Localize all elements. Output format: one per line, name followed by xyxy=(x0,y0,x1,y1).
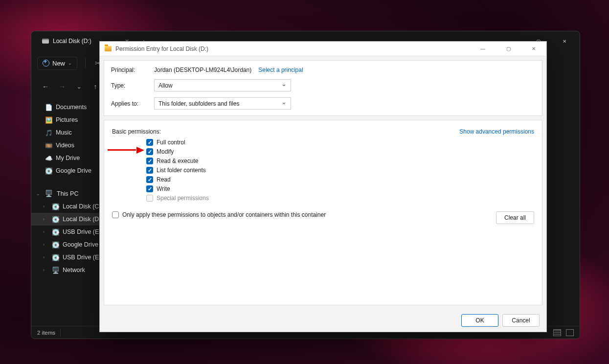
permission-checkbox[interactable] xyxy=(146,167,153,174)
up-button[interactable]: ↑ xyxy=(91,83,100,91)
chevron-right-icon[interactable]: › xyxy=(43,217,45,222)
permission-row: Special permissions xyxy=(146,195,534,202)
chevron-right-icon[interactable]: › xyxy=(43,268,45,273)
type-dropdown[interactable]: Allow xyxy=(154,79,291,91)
sidebar-item-label: Videos xyxy=(56,142,74,149)
ok-button[interactable]: OK xyxy=(461,314,498,327)
only-apply-label: Only apply these permissions to objects … xyxy=(122,211,326,218)
cancel-button[interactable]: Cancel xyxy=(502,314,540,327)
permission-label: Full control xyxy=(157,139,185,146)
sidebar-item-label: Google Drive xyxy=(56,167,91,174)
drive-icon: 🖥️ xyxy=(52,267,59,273)
permission-list: Full controlModifyRead & executeList fol… xyxy=(146,139,534,202)
permissions-panel: Basic permissions: Show advanced permiss… xyxy=(104,120,542,305)
chevron-right-icon[interactable]: › xyxy=(43,255,45,260)
monitor-icon: 🖥️ xyxy=(45,190,53,197)
sidebar-item-icon: 🖼️ xyxy=(45,116,52,123)
sidebar-item-icon: 💽 xyxy=(45,167,52,174)
folder-icon xyxy=(105,46,112,51)
drive-icon: 💽 xyxy=(52,254,59,261)
chevron-right-icon[interactable]: › xyxy=(43,204,45,209)
view-details-icon[interactable] xyxy=(553,329,561,336)
dialog-maximize-button[interactable]: ▢ xyxy=(497,42,519,56)
new-button[interactable]: New ⌄ xyxy=(37,57,77,70)
permission-dialog: Permission Entry for Local Disk (D:) — ▢… xyxy=(99,41,547,332)
permission-checkbox xyxy=(146,195,153,202)
chevron-right-icon[interactable]: › xyxy=(43,229,45,234)
back-button[interactable]: ← xyxy=(41,83,50,91)
type-value: Allow xyxy=(158,82,173,89)
permission-label: Modify xyxy=(157,148,174,155)
dialog-titlebar[interactable]: Permission Entry for Local Disk (D:) — ▢… xyxy=(100,42,546,56)
sidebar-item-label: Local Disk (D:) xyxy=(63,216,103,223)
permission-row[interactable]: Read & execute xyxy=(146,158,534,164)
plus-icon xyxy=(43,60,49,67)
separator xyxy=(85,58,86,68)
principal-value: Jordan (DESKTOP-LM924L4\Jordan) xyxy=(154,67,251,73)
principal-label: Principal: xyxy=(111,67,149,73)
show-advanced-link[interactable]: Show advanced permissions xyxy=(459,128,534,135)
permission-label: List folder contents xyxy=(157,167,206,174)
applies-dropdown[interactable]: This folder, subfolders and files xyxy=(154,97,291,110)
only-apply-checkbox[interactable] xyxy=(112,211,119,218)
view-icons-icon[interactable] xyxy=(566,329,574,336)
basic-permissions-label: Basic permissions: xyxy=(112,128,161,135)
sidebar-thispc-label: This PC xyxy=(57,190,78,197)
clear-all-button[interactable]: Clear all xyxy=(496,211,534,224)
permission-checkbox[interactable] xyxy=(146,185,153,192)
select-principal-link[interactable]: Select a principal xyxy=(258,67,303,73)
principal-panel: Principal: Jordan (DESKTOP-LM924L4\Jorda… xyxy=(104,60,542,116)
drive-icon: 💽 xyxy=(52,203,59,210)
permission-row[interactable]: Write xyxy=(146,185,534,192)
type-label: Type: xyxy=(111,82,149,89)
dialog-title: Permission Entry for Local Disk (D:) xyxy=(115,46,208,52)
chevron-down-icon[interactable]: ⌄ xyxy=(36,191,40,196)
forward-button[interactable]: → xyxy=(58,83,67,91)
permission-checkbox[interactable] xyxy=(146,158,153,164)
sidebar-item-label: USB Drive (E:) xyxy=(63,254,103,261)
chevron-down-icon: ⌄ xyxy=(68,61,72,66)
sidebar-item-icon: 🎞️ xyxy=(45,142,52,149)
new-label: New xyxy=(52,60,65,67)
disk-icon xyxy=(42,39,49,44)
permission-row[interactable]: List folder contents xyxy=(146,167,534,174)
sidebar-item-icon: 📄 xyxy=(45,104,52,111)
status-item-count: 2 items xyxy=(37,330,55,336)
permission-checkbox[interactable] xyxy=(146,176,153,183)
sidebar-item-label: Music xyxy=(56,129,72,136)
explorer-title: Local Disk (D:) xyxy=(53,38,91,45)
permission-row[interactable]: Modify xyxy=(146,148,534,155)
chevron-right-icon[interactable]: › xyxy=(43,242,45,247)
sidebar-item-icon: ☁️ xyxy=(45,155,52,161)
applies-label: Applies to: xyxy=(111,100,149,107)
sidebar-item-label: Local Disk (C:) xyxy=(63,203,103,210)
dialog-content: Principal: Jordan (DESKTOP-LM924L4\Jorda… xyxy=(100,56,546,309)
dialog-close-button[interactable]: ✕ xyxy=(523,42,544,56)
sidebar-item-label: Pictures xyxy=(56,116,78,123)
permission-row[interactable]: Read xyxy=(146,176,534,183)
permission-label: Write xyxy=(157,185,170,192)
only-apply-row[interactable]: Only apply these permissions to objects … xyxy=(112,211,534,218)
permission-checkbox[interactable] xyxy=(146,139,153,146)
recent-button[interactable]: ⌄ xyxy=(74,84,83,90)
dialog-footer: OK Cancel xyxy=(100,309,546,332)
dialog-minimize-button[interactable]: — xyxy=(472,42,494,56)
permission-label: Read & execute xyxy=(157,158,198,164)
permission-checkbox[interactable] xyxy=(146,148,153,155)
close-button[interactable]: ✕ xyxy=(553,33,576,49)
permission-label: Special permissions xyxy=(157,195,209,202)
permission-label: Read xyxy=(157,176,171,183)
permission-row[interactable]: Full control xyxy=(146,139,534,146)
sidebar-item-icon: 🎵 xyxy=(45,129,52,136)
sidebar-item-label: Documents xyxy=(56,104,87,111)
drive-icon: 💽 xyxy=(52,216,59,223)
sidebar-item-label: Network xyxy=(63,267,85,273)
drive-icon: 💽 xyxy=(52,228,59,235)
sidebar-item-label: My Drive xyxy=(56,155,80,161)
drive-icon: 💽 xyxy=(52,241,59,248)
applies-value: This folder, subfolders and files xyxy=(158,100,239,107)
sidebar-item-label: USB Drive (E:) xyxy=(63,228,103,235)
